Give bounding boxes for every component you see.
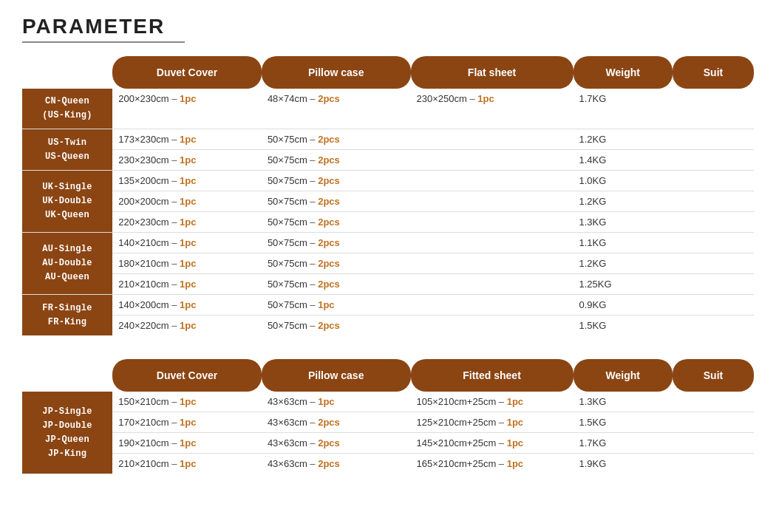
sheet-cell [411, 212, 574, 233]
suit-cell [673, 129, 754, 150]
pillow-case-cell: 43×63cm – 2pcs [262, 433, 411, 454]
suit-cell [673, 212, 754, 233]
sheet-cell: 105×210cm+25cm – 1pc [411, 392, 574, 412]
suit-cell [673, 191, 754, 212]
table-row: AU-SingleAU-DoubleAU-Queen140×210cm – 1p… [22, 233, 754, 253]
pillow-case-cell: 50×75cm – 2pcs [262, 129, 411, 150]
duvet-cover-cell: 135×200cm – 1pc [112, 171, 262, 191]
duvet-cover-cell: 150×210cm – 1pc [112, 392, 262, 412]
col-header-pillow: Pillow case [295, 61, 377, 84]
sheet-cell: 165×210cm+25cm – 1pc [411, 454, 574, 474]
suit-cell [673, 412, 754, 433]
pillow-case-cell: 50×75cm – 2pcs [262, 212, 411, 233]
table-row: 210×210cm – 1pc43×63cm – 2pcs165×210cm+2… [22, 454, 754, 474]
col2-header-weight: Weight [593, 364, 653, 387]
table-row: 220×230cm – 1pc50×75cm – 2pcs1.3KG [22, 212, 754, 233]
weight-cell: 1.1KG [574, 233, 673, 253]
sheet-cell [411, 295, 574, 316]
pillow-case-cell: 50×75cm – 2pcs [262, 253, 411, 274]
col2-header-suit: Suit [690, 364, 736, 387]
pillow-case-cell: 50×75cm – 2pcs [262, 316, 411, 336]
table-row: 200×200cm – 1pc50×75cm – 2pcs1.2KG [22, 191, 754, 212]
table-row: 170×210cm – 1pc43×63cm – 2pcs125×210cm+2… [22, 412, 754, 433]
duvet-cover-cell: 170×210cm – 1pc [112, 412, 262, 433]
col2-header-fitted: Fitted sheet [449, 364, 534, 387]
table-row: US-TwinUS-Queen173×230cm – 1pc50×75cm – … [22, 129, 754, 150]
weight-cell: 1.7KG [574, 89, 673, 129]
weight-cell: 1.25KG [574, 274, 673, 295]
pillow-case-cell: 50×75cm – 2pcs [262, 191, 411, 212]
duvet-cover-cell: 220×230cm – 1pc [112, 212, 262, 233]
duvet-cover-cell: 140×210cm – 1pc [112, 233, 262, 253]
table-row: 210×210cm – 1pc50×75cm – 2pcs1.25KG [22, 274, 754, 295]
suit-cell [673, 233, 754, 253]
weight-cell: 1.0KG [574, 171, 673, 191]
duvet-cover-cell: 240×220cm – 1pc [112, 316, 262, 336]
suit-cell [673, 253, 754, 274]
pillow-case-cell: 43×63cm – 1pc [262, 392, 411, 412]
suit-cell [673, 433, 754, 454]
pillow-case-cell: 50×75cm – 1pc [262, 295, 411, 316]
table-row: 180×210cm – 1pc50×75cm – 2pcs1.2KG [22, 253, 754, 274]
duvet-cover-cell: 230×230cm – 1pc [112, 150, 262, 171]
pillow-case-cell: 48×74cm – 2pcs [262, 89, 411, 129]
suit-cell [673, 274, 754, 295]
sheet-cell [411, 171, 574, 191]
suit-cell [673, 295, 754, 316]
sheet-cell [411, 233, 574, 253]
suit-cell [673, 316, 754, 336]
sheet-cell [411, 129, 574, 150]
sheet-cell: 125×210cm+25cm – 1pc [411, 412, 574, 433]
pillow-case-cell: 43×63cm – 2pcs [262, 412, 411, 433]
suit-cell [673, 392, 754, 412]
duvet-cover-cell: 140×200cm – 1pc [112, 295, 262, 316]
pillow-case-cell: 43×63cm – 2pcs [262, 454, 411, 474]
weight-cell: 0.9KG [574, 295, 673, 316]
duvet-cover-cell: 190×210cm – 1pc [112, 433, 262, 454]
title-underline [22, 41, 185, 43]
duvet-cover-cell: 173×230cm – 1pc [112, 129, 262, 150]
weight-cell: 1.2KG [574, 253, 673, 274]
sheet-cell [411, 150, 574, 171]
suit-cell [673, 171, 754, 191]
table-row: CN-Queen(US-King)200×230cm – 1pc48×74cm … [22, 89, 754, 129]
col-header-flat: Flat sheet [455, 61, 529, 84]
sheet-cell [411, 274, 574, 295]
weight-cell: 1.7KG [574, 433, 673, 454]
table-row: FR-SingleFR-King140×200cm – 1pc50×75cm –… [22, 295, 754, 316]
col-header-duvet: Duvet Cover [143, 61, 231, 84]
col2-header-pillow: Pillow case [295, 364, 377, 387]
weight-cell: 1.2KG [574, 191, 673, 212]
pillow-case-cell: 50×75cm – 2pcs [262, 150, 411, 171]
sheet-cell [411, 316, 574, 336]
table-row: 240×220cm – 1pc50×75cm – 2pcs1.5KG [22, 316, 754, 336]
sheet-cell: 230×250cm – 1pc [411, 89, 574, 129]
duvet-cover-cell: 200×230cm – 1pc [112, 89, 262, 129]
section2-table: Duvet Cover Pillow case Fitted sheet Wei… [22, 359, 754, 474]
sheet-cell [411, 253, 574, 274]
pillow-case-cell: 50×75cm – 2pcs [262, 171, 411, 191]
table-row: 190×210cm – 1pc43×63cm – 2pcs145×210cm+2… [22, 433, 754, 454]
page-title: PARAMETER [22, 15, 754, 38]
weight-cell: 1.4KG [574, 150, 673, 171]
weight-cell: 1.2KG [574, 129, 673, 150]
duvet-cover-cell: 210×210cm – 1pc [112, 274, 262, 295]
duvet-cover-cell: 180×210cm – 1pc [112, 253, 262, 274]
duvet-cover-cell: 200×200cm – 1pc [112, 191, 262, 212]
suit-cell [673, 150, 754, 171]
duvet-cover-cell: 210×210cm – 1pc [112, 454, 262, 474]
col-header-weight: Weight [593, 61, 653, 84]
section1-table: Duvet Cover Pillow case Flat sheet Weigh… [22, 56, 754, 335]
pillow-case-cell: 50×75cm – 2pcs [262, 274, 411, 295]
table-row: JP-SingleJP-DoubleJP-QueenJP-King150×210… [22, 392, 754, 412]
weight-cell: 1.5KG [574, 316, 673, 336]
sheet-cell: 145×210cm+25cm – 1pc [411, 433, 574, 454]
sheet-cell [411, 191, 574, 212]
weight-cell: 1.3KG [574, 392, 673, 412]
pillow-case-cell: 50×75cm – 2pcs [262, 233, 411, 253]
weight-cell: 1.3KG [574, 212, 673, 233]
weight-cell: 1.5KG [574, 412, 673, 433]
weight-cell: 1.9KG [574, 454, 673, 474]
table-row: 230×230cm – 1pc50×75cm – 2pcs1.4KG [22, 150, 754, 171]
suit-cell [673, 454, 754, 474]
